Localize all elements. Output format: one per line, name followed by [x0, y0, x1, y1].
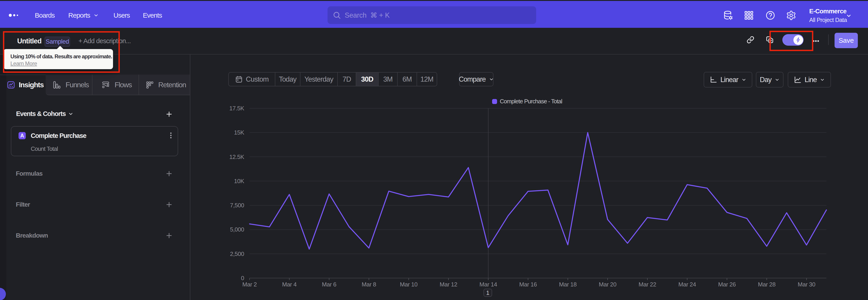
- x-axis-label: Mar 10: [400, 281, 417, 288]
- sampling-tooltip: Using 10% of data. Results are approxima…: [3, 49, 113, 69]
- x-axis-label: Mar 22: [639, 281, 656, 288]
- y-axis-label: 5,000: [230, 226, 244, 233]
- x-axis-label: Mar 24: [678, 281, 696, 288]
- x-axis-label: Mar 28: [758, 281, 776, 288]
- x-axis-label: Mar 18: [559, 281, 577, 288]
- data-line-complete-purchase[interactable]: [250, 132, 827, 249]
- x-axis-label: Mar 16: [519, 281, 537, 288]
- y-axis-label: 10K: [234, 178, 244, 184]
- x-axis-label: Mar 30: [798, 281, 815, 288]
- line-chart[interactable]: 02,5005,0007,50010K12.5K15K17.5KMar 2Mar…: [0, 0, 868, 300]
- x-axis-label: Mar 14: [479, 281, 497, 288]
- y-axis-label: 12.5K: [229, 153, 245, 160]
- x-axis-label: Mar 20: [599, 281, 616, 288]
- x-axis-label: Mar 8: [362, 281, 376, 288]
- app-root: BoardsReportsUsersEvents Search ⌘ + K: [0, 0, 868, 300]
- x-axis-label: Mar 26: [718, 281, 736, 288]
- y-axis-label: 2,500: [230, 250, 244, 257]
- y-axis-label: 0: [241, 275, 244, 281]
- tooltip-text: Using 10% of data. Results are approxima…: [10, 53, 112, 60]
- y-axis-label: 17.5K: [229, 105, 245, 112]
- x-axis-label: Mar 6: [322, 281, 336, 288]
- y-axis-label: 15K: [234, 129, 244, 136]
- x-axis-label: Mar 4: [282, 281, 297, 288]
- x-axis-label: Mar 12: [440, 281, 457, 288]
- tooltip-learn-more-link[interactable]: Learn More: [10, 60, 37, 67]
- x-axis-label: Mar 2: [242, 281, 257, 288]
- pagination-page-1[interactable]: 1: [484, 289, 492, 297]
- y-axis-label: 7,500: [230, 202, 244, 209]
